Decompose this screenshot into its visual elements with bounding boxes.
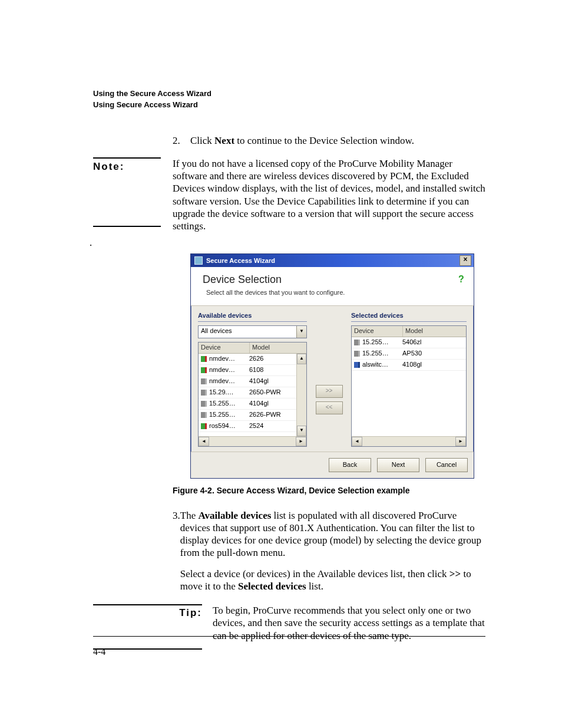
table-row[interactable]: 15.255…4104gl [199, 398, 306, 410]
next-button[interactable]: Next [377, 458, 419, 472]
scroll-left-icon[interactable]: ◄ [199, 437, 209, 446]
running-head: Using the Secure Access Wizard Using Sec… [93, 88, 485, 111]
device-status-icon [354, 351, 360, 357]
table-row[interactable]: 15.255…AP530 [352, 348, 466, 360]
cell-device: 15.255… [209, 411, 247, 419]
cell-device: ros594… [209, 422, 247, 430]
horizontal-scrollbar[interactable]: ◄ ► [352, 436, 466, 446]
titlebar[interactable]: Secure Access Wizard × [191, 254, 474, 267]
close-button[interactable]: × [459, 255, 471, 266]
cell-model: 4108gl [400, 361, 466, 369]
table-row[interactable]: nmdev…4104gl [199, 376, 306, 387]
cell-device: alswitc… [362, 361, 400, 369]
col-device: Device [352, 326, 403, 337]
scroll-left-icon[interactable]: ◄ [352, 437, 362, 446]
cell-device: 15.255… [362, 338, 400, 347]
cell-device: 15.255… [209, 400, 247, 408]
cell-device: nmdev… [209, 377, 247, 386]
cancel-button[interactable]: Cancel [425, 458, 468, 472]
close-icon: × [463, 255, 467, 263]
back-button[interactable]: Back [329, 458, 371, 472]
col-model: Model [250, 342, 306, 353]
device-status-icon [201, 401, 207, 407]
move-right-button[interactable]: >> [316, 385, 343, 398]
note-text: If you do not have a licensed copy of th… [173, 157, 485, 233]
horizontal-scrollbar[interactable]: ◄ ► [199, 436, 306, 446]
note-label: Note: [93, 157, 161, 227]
vertical-scrollbar[interactable]: ▲ ▼ [296, 354, 306, 436]
available-devices-label: Available devices [198, 312, 307, 322]
col-device: Device [199, 342, 250, 353]
step-2-text: Click Next to continue to the Device Sel… [190, 134, 414, 147]
col-model: Model [403, 326, 466, 337]
table-row[interactable]: nmdev…2626 [199, 354, 306, 365]
footer-rule [93, 636, 485, 637]
help-icon[interactable]: ? [456, 274, 467, 285]
cell-model: AP530 [400, 350, 466, 358]
table-row[interactable]: 15.29.…2650-PWR [199, 387, 306, 398]
move-left-button[interactable]: << [316, 401, 343, 414]
device-filter-dropdown[interactable]: All devices ▼ [198, 325, 307, 338]
running-head-line1: Using the Secure Access Wizard [93, 88, 485, 100]
cell-model: 5406zl [400, 338, 466, 347]
device-filter-value: All devices [199, 326, 296, 338]
tip-label: Tip: [93, 604, 202, 650]
secure-access-wizard-window: Secure Access Wizard × Device Selection … [190, 253, 474, 479]
device-status-icon [354, 340, 360, 345]
step-number-3: 3. [173, 509, 180, 601]
scroll-up-icon[interactable]: ▲ [297, 354, 306, 364]
table-row[interactable]: 15.255…5406zl [352, 337, 466, 348]
step-number-2: 2. [173, 134, 190, 147]
available-devices-grid[interactable]: Device Model nmdev…2626nmdev…6108nmdev…4… [198, 342, 307, 447]
scroll-down-icon[interactable]: ▼ [297, 426, 306, 436]
device-status-icon [201, 390, 207, 396]
running-head-line2: Using Secure Access Wizard [93, 100, 485, 111]
wizard-subtitle: Select all the devices that you want to … [206, 289, 465, 297]
selected-devices-label: Selected devices [351, 312, 467, 322]
device-status-icon [201, 378, 207, 384]
table-row[interactable]: ros594…2524 [199, 421, 306, 432]
chevron-down-icon[interactable]: ▼ [296, 326, 306, 338]
table-row[interactable]: nmdev…6108 [199, 365, 306, 376]
wizard-heading: Device Selection [203, 273, 465, 286]
device-status-icon [201, 412, 207, 418]
device-status-icon [201, 423, 207, 429]
cell-device: 15.29.… [209, 388, 247, 397]
app-icon [194, 256, 203, 265]
window-title: Secure Access Wizard [206, 257, 275, 265]
cell-device: nmdev… [209, 366, 247, 374]
cell-device: nmdev… [209, 355, 247, 363]
device-status-icon [201, 367, 207, 373]
step-3-para1: The Available devices list is populated … [180, 509, 485, 559]
selected-devices-grid[interactable]: Device Model 15.255…5406zl15.255…AP530al… [351, 325, 467, 447]
table-row[interactable]: 15.255…2626-PWR [199, 410, 306, 421]
table-row[interactable]: alswitc…4108gl [352, 360, 466, 371]
figure-caption: Figure 4-2. Secure Access Wizard, Device… [173, 486, 485, 496]
device-status-icon [354, 362, 360, 368]
device-status-icon [201, 356, 207, 362]
scroll-right-icon[interactable]: ► [455, 437, 466, 446]
step-3-para2: Select a device (or devices) in the Avai… [180, 568, 485, 593]
cell-device: 15.255… [362, 350, 400, 358]
scroll-right-icon[interactable]: ► [296, 437, 306, 446]
page-number: 4-4 [93, 647, 105, 657]
